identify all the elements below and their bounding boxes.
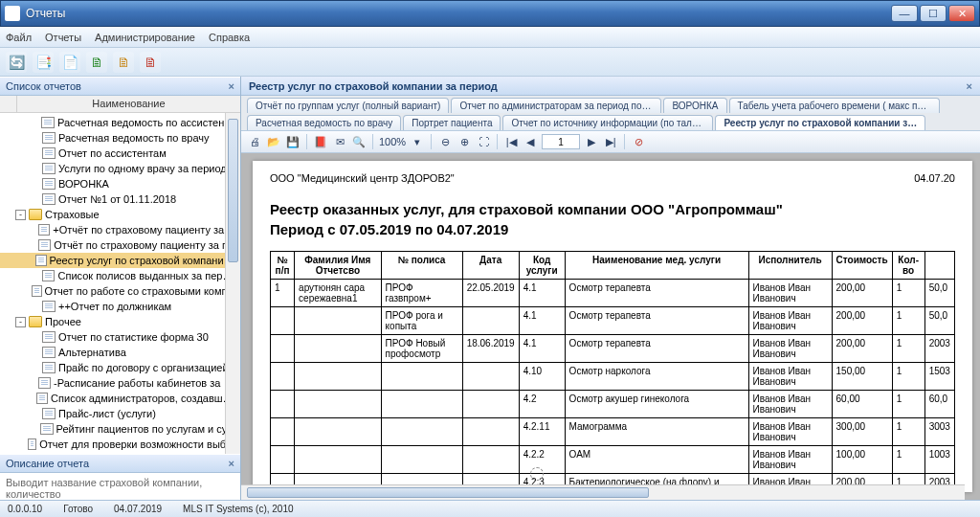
tree-node[interactable]: Расчетная ведомость по ассистентам xyxy=(0,115,240,130)
tree-node[interactable]: ++Отчет по должникам xyxy=(0,299,240,314)
close-preview-icon[interactable]: ⊘ xyxy=(631,134,646,149)
horizontal-scrollbar[interactable] xyxy=(241,484,965,500)
maximize-button[interactable]: ☐ xyxy=(920,5,947,22)
tree-node[interactable]: Список врачей учреждения xyxy=(0,452,240,454)
tree-node[interactable]: Список полисов выданных за период xyxy=(0,268,240,283)
tree-node[interactable]: +Отчёт по страховому пациенту за период xyxy=(0,222,240,237)
table-cell xyxy=(295,418,381,446)
sidebar-close-icon[interactable]: × xyxy=(229,77,234,96)
zoom-in-icon[interactable]: ⊕ xyxy=(457,134,472,149)
tree-node[interactable]: Расчетная ведомость по врачу xyxy=(0,130,240,146)
page-input[interactable] xyxy=(542,134,580,149)
zoom-out-icon[interactable]: ⊖ xyxy=(437,134,453,149)
table-cell: Иванов Иван Иванович xyxy=(748,363,832,391)
export-pdf-icon[interactable]: 📕 xyxy=(313,134,328,149)
table-cell xyxy=(271,418,295,446)
table-cell: Мамограмма xyxy=(565,418,748,446)
tree-node[interactable]: Рейтинг пациентов по услугам и сумме xyxy=(0,421,240,437)
tree-node-label: Прайс-лист (услуги) xyxy=(58,408,156,419)
save-icon[interactable]: 💾 xyxy=(285,134,301,149)
close-button[interactable]: ✕ xyxy=(948,5,975,22)
tab[interactable]: Табель учета рабочего времени ( макс пер… xyxy=(729,98,940,113)
edit-report-icon[interactable]: 🗎 xyxy=(113,52,134,73)
tree-node[interactable]: Реестр услуг по страховой компании за пе… xyxy=(0,253,240,268)
tree-node[interactable]: Прайс по договору с организацией xyxy=(0,360,240,375)
document-close-icon[interactable]: × xyxy=(967,77,972,95)
zoom-dropdown-icon[interactable]: ▾ xyxy=(410,134,425,149)
tree-scrollbar[interactable] xyxy=(225,113,240,454)
run-report-icon[interactable]: 📑 xyxy=(33,52,54,73)
tree-node[interactable]: ВОРОНКА xyxy=(0,176,240,191)
next-page-icon[interactable]: ▶ xyxy=(584,134,599,149)
document-icon xyxy=(41,117,55,128)
mail-icon[interactable]: ✉ xyxy=(332,134,347,149)
tree-node[interactable]: Прайс-лист (услуги) xyxy=(0,406,240,421)
table-cell: 300,00 xyxy=(832,418,892,446)
tree-node[interactable]: -Прочее xyxy=(0,314,240,329)
tree-col-name[interactable]: Наименование xyxy=(17,96,240,112)
table-row: 4.2.2ОАМИванов Иван Иванович100,0011003 xyxy=(271,446,955,474)
tab[interactable]: Реестр услуг по страховой компании за пе… xyxy=(715,115,925,130)
menu-file[interactable]: Файл xyxy=(6,32,32,43)
expand-icon xyxy=(26,378,35,389)
tab[interactable]: ВОРОНКА xyxy=(663,98,726,113)
tree-node[interactable]: -Страховые xyxy=(0,207,240,222)
tree-node[interactable]: Отчет №1 от 01.11.2018 xyxy=(0,191,240,207)
document-icon xyxy=(42,331,56,343)
refresh-icon[interactable]: 🔄 xyxy=(6,52,27,73)
table-cell: 4.1 xyxy=(519,335,565,363)
main-area: Реестр услуг по страховой компании за пе… xyxy=(241,77,980,500)
add-group-icon[interactable]: 📄 xyxy=(59,52,80,73)
add-report-icon[interactable]: 🗎 xyxy=(86,52,107,73)
expand-icon xyxy=(26,240,35,251)
menu-admin[interactable]: Администрирование xyxy=(95,32,195,43)
tree-node[interactable]: -Расписание работы кабинетов за период xyxy=(0,375,240,391)
expand-icon xyxy=(29,148,39,159)
tab[interactable]: Расчетная ведомость по врачу xyxy=(247,115,401,130)
menu-help[interactable]: Справка xyxy=(209,32,250,43)
report-tree[interactable]: Расчетная ведомость по ассистентамРасчет… xyxy=(0,113,240,454)
expand-icon xyxy=(29,179,39,190)
tree-node-label: Прочее xyxy=(45,316,81,327)
table-cell: 60,00 xyxy=(832,391,892,418)
tree-node[interactable]: Отчет по статистике форма 30 xyxy=(0,329,240,345)
tab[interactable]: Отчёт по группам услуг (полный вариант) xyxy=(247,98,449,113)
open-icon[interactable]: 📂 xyxy=(266,134,281,149)
table-cell: 4.10 xyxy=(519,363,565,391)
tree-node[interactable]: Отчет для проверки возможности выбора ис… xyxy=(0,437,240,452)
document-icon xyxy=(42,147,56,159)
tree-node-label: Отчет по ассистентам xyxy=(58,147,167,159)
tree-node[interactable]: Услуги по одному врачу за период xyxy=(0,161,240,176)
tab-strip-row2: Расчетная ведомость по врачуПортрет паци… xyxy=(241,113,980,130)
last-page-icon[interactable]: ▶| xyxy=(603,134,618,149)
expand-icon[interactable]: - xyxy=(15,210,26,220)
delete-report-icon[interactable]: 🗎 xyxy=(140,52,161,73)
tab[interactable]: Отчет по источнику информации (по талона… xyxy=(502,115,713,130)
table-cell: 200,00 xyxy=(832,307,892,335)
table-cell: 50,0 xyxy=(924,280,954,307)
first-page-icon[interactable]: |◀ xyxy=(503,134,519,149)
prev-page-icon[interactable]: ◀ xyxy=(523,134,538,149)
table-cell: 4.1 xyxy=(519,280,565,307)
tree-node[interactable]: Отчёт по страховому пациенту за период xyxy=(0,237,240,253)
expand-icon xyxy=(29,164,39,174)
zoom-value: 100% xyxy=(379,136,406,147)
find-icon[interactable]: 🔍 xyxy=(351,134,367,149)
table-cell xyxy=(295,307,381,335)
table-header: Фамилия Имя Отчетсво xyxy=(295,252,381,280)
desc-close-icon[interactable]: × xyxy=(229,454,234,473)
tree-node[interactable]: Отчет по работе со страховыми компаниями… xyxy=(0,283,240,299)
tree-node[interactable]: Отчет по ассистентам xyxy=(0,146,240,161)
table-header: Исполнитель xyxy=(748,252,832,280)
minimize-button[interactable]: — xyxy=(891,5,918,22)
print-icon[interactable]: 🖨 xyxy=(247,134,262,149)
tree-node[interactable]: Альтернатива xyxy=(0,345,240,360)
table-cell xyxy=(381,446,462,474)
menu-reports[interactable]: Отчеты xyxy=(45,32,81,43)
fullscreen-icon[interactable]: ⛶ xyxy=(476,134,491,149)
tab[interactable]: Отчет по администраторам за период по дн… xyxy=(451,98,661,113)
table-cell: Иванов Иван Иванович xyxy=(748,307,832,335)
tree-node[interactable]: Список администраторов, создавших талоны xyxy=(0,391,240,406)
expand-icon[interactable]: - xyxy=(15,317,26,327)
tab[interactable]: Портрет пациента xyxy=(403,115,501,130)
